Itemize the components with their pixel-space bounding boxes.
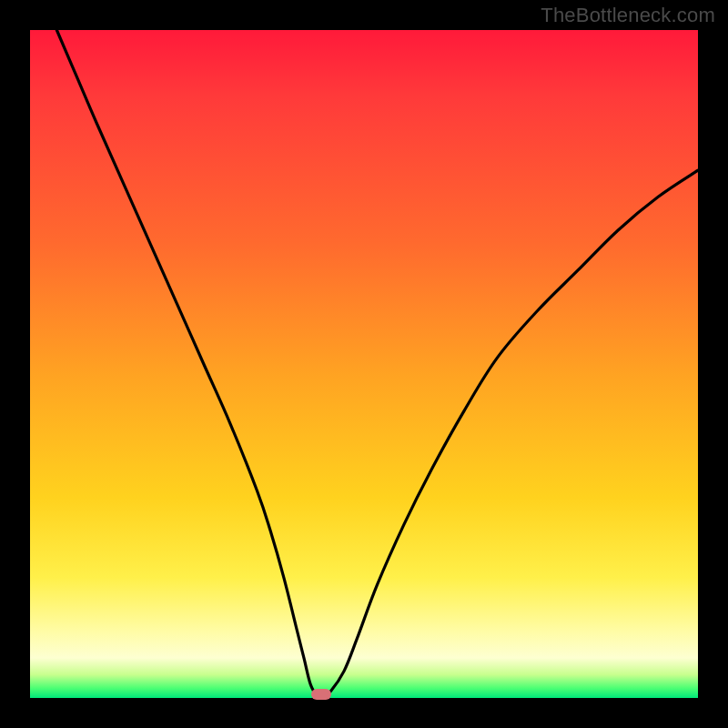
watermark-text: TheBottleneck.com (541, 4, 715, 27)
optimum-marker (311, 689, 331, 700)
plot-area (30, 30, 698, 698)
bottleneck-curve (30, 30, 698, 698)
chart-frame: TheBottleneck.com (0, 0, 728, 728)
